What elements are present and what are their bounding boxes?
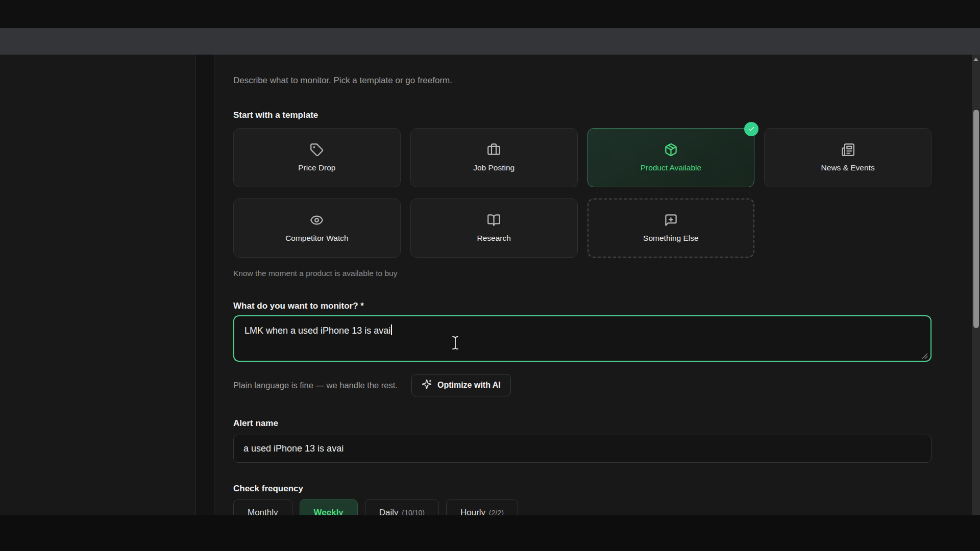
book-open-icon [487, 213, 501, 227]
template-card-label: Job Posting [473, 163, 514, 172]
screen: lmkwhen.ai/dashboard/alerts/new J Descri… [0, 0, 980, 551]
letterbox-bottom [0, 515, 980, 551]
letterbox-top [0, 0, 980, 28]
scrollbar-thumb[interactable] [973, 110, 979, 328]
template-card-label: News & Events [821, 163, 875, 172]
sidebar-divider [195, 55, 214, 515]
optimize-button-label: Optimize with AI [437, 381, 501, 390]
frequency-option-label: Daily [379, 508, 399, 515]
template-grid: Price DropJob PostingProduct AvailableNe… [233, 128, 932, 258]
sparkles-icon [422, 379, 432, 391]
selected-check-badge [744, 122, 758, 136]
newspaper-icon [841, 143, 855, 157]
browser-toolbar: lmkwhen.ai/dashboard/alerts/new J [0, 28, 980, 55]
template-card-competitor-watch[interactable]: Competitor Watch [233, 198, 401, 258]
template-card-label: Competitor Watch [285, 234, 348, 243]
template-card-something-else[interactable]: Something Else [587, 198, 755, 258]
frequency-option-count: (10/10) [402, 509, 425, 515]
monitor-textarea[interactable]: LMK when a used iPhone 13 is avai [233, 315, 932, 362]
page-content: Describe what to monitor. Pick a templat… [0, 55, 980, 515]
page-intro-text: Describe what to monitor. Pick a templat… [233, 76, 452, 86]
frequency-option-label: Monthly [248, 508, 278, 515]
template-caption: Know the moment a product is available t… [233, 269, 397, 278]
monitor-field-label: What do you want to monitor? * [233, 301, 364, 311]
optimize-with-ai-button[interactable]: Optimize with AI [411, 374, 511, 396]
monitor-textarea-value: LMK when a used iPhone 13 is avai [244, 325, 390, 336]
resize-grip-icon[interactable] [922, 353, 928, 359]
frequency-option-count: (2/2) [489, 509, 504, 515]
template-card-price-drop[interactable]: Price Drop [233, 128, 401, 187]
briefcase-icon [487, 143, 501, 157]
page-scrollbar[interactable] [972, 55, 980, 515]
scroll-up-arrow-icon[interactable] [973, 58, 978, 61]
frequency-option-hourly[interactable]: Hourly(2/2) [446, 499, 518, 515]
eye-icon [310, 213, 324, 227]
template-card-news-events[interactable]: News & Events [764, 128, 932, 187]
frequency-option-daily[interactable]: Daily(10/10) [365, 499, 439, 515]
frequency-label: Check frequency [233, 484, 303, 494]
template-card-research[interactable]: Research [410, 198, 578, 258]
template-card-label: Research [477, 234, 510, 243]
alert-name-input[interactable] [233, 435, 932, 463]
frequency-option-weekly[interactable]: Weekly [300, 499, 358, 515]
tag-icon [310, 143, 324, 157]
template-card-label: Something Else [643, 234, 699, 243]
template-card-label: Price Drop [298, 163, 335, 172]
frequency-options: MonthlyWeeklyDaily(10/10)Hourly(2/2) [233, 499, 518, 515]
package-icon [664, 143, 678, 157]
helper-row: Plain language is fine — we handle the r… [233, 374, 511, 396]
monitor-helper-text: Plain language is fine — we handle the r… [233, 381, 398, 390]
template-card-job-posting[interactable]: Job Posting [410, 128, 578, 187]
frequency-option-label: Weekly [314, 508, 344, 515]
alert-name-label: Alert name [233, 418, 278, 429]
template-card-label: Product Available [641, 163, 702, 172]
template-section-heading: Start with a template [233, 110, 318, 120]
template-card-product-available[interactable]: Product Available [587, 128, 755, 187]
frequency-option-label: Hourly [460, 508, 485, 515]
text-caret [391, 324, 392, 335]
message-square-plus-icon [664, 213, 678, 227]
frequency-option-monthly[interactable]: Monthly [233, 499, 292, 515]
